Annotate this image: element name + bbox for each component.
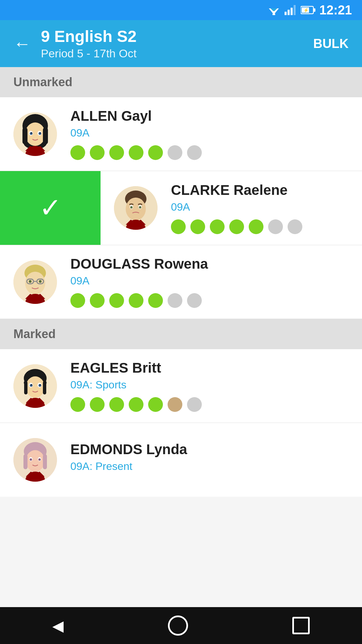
student-item[interactable]: ✓ [0, 171, 362, 245]
student-info: EDMONDS Lynda 09A: Present [70, 441, 349, 479]
svg-rect-46 [24, 381, 27, 394]
svg-rect-47 [43, 381, 46, 394]
status-icons: ⚡ 12:21 [267, 3, 352, 17]
student-item[interactable]: DOUGLASS Rowena 09A [0, 245, 362, 319]
dots-row [70, 293, 349, 308]
student-name: CLARKE Raelene [171, 182, 349, 198]
dot [168, 145, 182, 160]
header-subtitle: Period 5 - 17th Oct [41, 47, 313, 60]
bottom-nav: ◀ [0, 607, 362, 644]
student-class: 09A [70, 275, 349, 287]
student-info: CLARKE Raelene 09A [171, 182, 349, 234]
student-info: DOUGLASS Rowena 09A [70, 256, 349, 308]
wifi-icon [267, 5, 281, 15]
dot [109, 293, 124, 308]
dot [187, 397, 202, 412]
dot [190, 219, 205, 234]
svg-point-40 [39, 280, 42, 283]
avatar [13, 260, 57, 304]
back-nav-button[interactable]: ◀ [52, 617, 64, 634]
dot [109, 145, 124, 160]
svg-rect-17 [43, 127, 48, 144]
check-icon: ✓ [39, 195, 62, 221]
student-class: 09A [70, 127, 349, 139]
dot [229, 219, 244, 234]
dot [268, 219, 283, 234]
student-class: 09A: Present [70, 460, 349, 473]
dot [210, 219, 225, 234]
svg-point-53 [40, 384, 41, 385]
svg-rect-5 [288, 10, 290, 15]
header-title: 9 English S2 [41, 27, 313, 46]
dot [109, 397, 124, 412]
student-class: 09A [171, 201, 349, 213]
header: ← 9 English S2 Period 5 - 17th Oct BULK [0, 20, 362, 67]
dot [148, 145, 163, 160]
bulk-button[interactable]: BULK [313, 37, 349, 51]
student-item[interactable]: EDMONDS Lynda 09A: Present [0, 423, 362, 497]
svg-rect-60 [43, 454, 47, 469]
section-unmarked: Unmarked [0, 67, 362, 97]
svg-rect-4 [285, 12, 287, 15]
battery-icon: ⚡ [301, 6, 315, 14]
student-item[interactable]: ALLEN Gayl 09A [0, 97, 362, 171]
dot [187, 293, 202, 308]
student-name: EDMONDS Lynda [70, 441, 349, 458]
dot [148, 397, 163, 412]
recents-nav-button[interactable] [292, 617, 310, 634]
svg-point-23 [40, 132, 41, 133]
dot [90, 145, 105, 160]
dot [168, 397, 182, 412]
student-content: CLARKE Raelene 09A [101, 172, 362, 244]
svg-rect-59 [23, 454, 27, 469]
student-list-unmarked: ALLEN Gayl 09A ✓ [0, 97, 362, 319]
student-item[interactable]: EAGLES Britt 09A: Sports [0, 349, 362, 423]
svg-point-52 [31, 384, 32, 385]
svg-point-3 [273, 13, 275, 15]
student-list-marked: EAGLES Britt 09A: Sports [0, 349, 362, 497]
student-name: ALLEN Gayl [70, 108, 349, 124]
svg-rect-9 [313, 8, 315, 12]
dot [70, 293, 85, 308]
dot [187, 145, 202, 160]
dot [129, 293, 143, 308]
section-marked: Marked [0, 319, 362, 349]
dot [288, 219, 302, 234]
section-marked-label: Marked [13, 327, 56, 341]
time-display: 12:21 [319, 3, 352, 17]
dot [171, 219, 186, 234]
student-info: EAGLES Britt 09A: Sports [70, 360, 349, 412]
svg-point-15 [25, 122, 45, 146]
svg-text:⚡: ⚡ [303, 7, 309, 13]
student-name: EAGLES Britt [70, 360, 349, 376]
dots-row [171, 219, 349, 234]
svg-rect-7 [294, 5, 296, 15]
svg-point-64 [39, 459, 41, 461]
status-bar: ⚡ 12:21 [0, 0, 362, 20]
dot [90, 397, 105, 412]
svg-point-31 [139, 206, 141, 209]
svg-point-27 [126, 198, 146, 220]
dot [70, 145, 85, 160]
dot [168, 293, 182, 308]
svg-rect-16 [22, 127, 27, 144]
svg-point-39 [29, 280, 32, 283]
svg-point-58 [26, 450, 45, 472]
svg-rect-6 [291, 8, 293, 15]
svg-point-45 [26, 376, 45, 398]
student-info: ALLEN Gayl 09A [70, 108, 349, 160]
student-name: DOUGLASS Rowena [70, 256, 349, 272]
svg-point-63 [30, 459, 32, 461]
dot [129, 145, 143, 160]
swipe-action: ✓ [0, 171, 101, 245]
student-class: 09A: Sports [70, 379, 349, 391]
signal-icon [285, 5, 297, 15]
avatar [114, 186, 158, 230]
dot [129, 397, 143, 412]
svg-point-30 [130, 206, 133, 209]
home-nav-button[interactable] [168, 615, 188, 636]
back-button[interactable]: ← [13, 35, 31, 52]
avatar [13, 438, 57, 482]
dot [148, 293, 163, 308]
dot [70, 397, 85, 412]
